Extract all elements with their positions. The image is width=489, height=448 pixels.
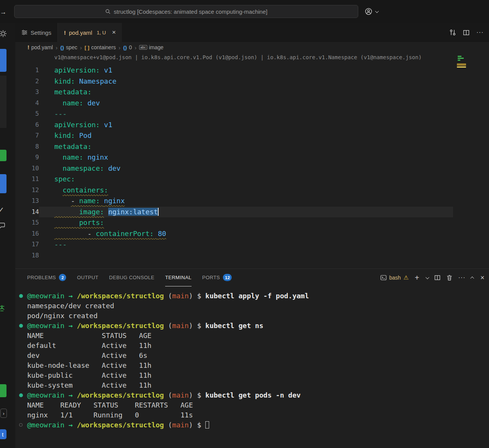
workbench: ✓ › t [0, 23, 489, 448]
line-number: 18 [15, 250, 39, 261]
terminal-token [193, 292, 197, 300]
code-line[interactable]: 14 image: nginx:latest [15, 207, 489, 218]
close-icon[interactable]: × [112, 29, 116, 36]
panel-tab-debug-console[interactable]: DEBUG CONSOLE [109, 269, 154, 286]
split-terminal-icon[interactable] [434, 275, 440, 281]
breadcrumb-separator-icon: › [80, 44, 82, 51]
code-content: name: nginx [39, 152, 453, 163]
trash-icon[interactable] [447, 275, 452, 281]
code-token [54, 230, 88, 238]
code-content: ports: [39, 217, 453, 228]
code-token: image: [79, 208, 104, 216]
terminal-line: default Active 11h [15, 341, 489, 351]
terminal-token [73, 391, 77, 399]
breadcrumb-item-containers[interactable]: [ ]containers [84, 44, 116, 50]
code-line[interactable]: 10 namespace: dev [15, 163, 489, 174]
terminal-token: $ [197, 421, 201, 429]
code-line[interactable]: 1apiVersion: v1 [15, 65, 489, 76]
code-token: containerPort: [96, 230, 154, 238]
code-line[interactable]: 16 - containerPort: 80 [15, 228, 489, 239]
code-line[interactable]: 13 - name: nginx [15, 196, 489, 207]
line-number: 17 [15, 239, 39, 250]
new-terminal-button[interactable]: + [415, 274, 419, 281]
code-content: spec: [39, 174, 453, 185]
code-line[interactable]: 12 containers: [15, 185, 489, 196]
command-decoration-icon[interactable] [19, 324, 23, 328]
code-token [54, 208, 79, 216]
cjk-character-icon [0, 305, 5, 312]
terminal-token: → [68, 421, 73, 429]
command-decoration-icon[interactable] [19, 393, 23, 397]
search-text: structlog [Codespaces: animated space co… [114, 8, 268, 15]
code-line[interactable]: 4 name: dev [15, 98, 489, 109]
panel-tab-ports[interactable]: PORTS12 [202, 269, 232, 286]
t-badge[interactable]: t [0, 429, 6, 439]
terminal-token: nginx 1/1 Running 0 11s [27, 411, 193, 419]
panel-tab-output[interactable]: OUTPUT [77, 269, 98, 286]
collapsed-chevron-button[interactable]: › [0, 409, 7, 418]
breadcrumb-item-image[interactable]: abcimage [139, 44, 164, 50]
code-token: v1 [104, 121, 112, 129]
terminal-token: ) [189, 322, 193, 330]
terminal-shell-chip[interactable]: bash ⚠ [380, 274, 409, 281]
command-decoration-icon[interactable] [19, 423, 23, 427]
breadcrumb-item-spec[interactable]: {}spec [60, 44, 77, 50]
account-menu[interactable] [364, 7, 378, 16]
code-line[interactable]: 6apiVersion: v1 [15, 120, 489, 131]
panel-tab-terminal[interactable]: TERMINAL [165, 269, 192, 286]
code-line[interactable]: 7kind: Pod [15, 130, 489, 141]
gear-icon[interactable] [0, 29, 8, 38]
terminal-token: kube-public Active 11h [27, 371, 151, 379]
compare-changes-icon[interactable] [449, 29, 456, 36]
code-line[interactable]: 8metadata: [15, 141, 489, 152]
code-line[interactable]: 5--- [15, 108, 489, 120]
maximize-panel-icon[interactable] [471, 276, 474, 280]
terminal-token: ( [168, 292, 172, 300]
panel-more-actions-icon[interactable]: ··· [458, 274, 466, 281]
terminal-profile-chevron-icon[interactable] [425, 275, 429, 279]
code-line[interactable]: 3metadata: [15, 87, 489, 98]
terminal-token [201, 322, 205, 330]
code-line[interactable]: 15 ports: [15, 217, 489, 228]
split-editor-icon[interactable] [463, 29, 470, 36]
forward-arrow-icon[interactable]: → [0, 8, 6, 16]
terminal-token: kubectl apply -f pod.yaml [205, 292, 309, 300]
sliders-icon [21, 29, 28, 36]
code-line[interactable]: 11spec: [15, 174, 489, 185]
panel-tabs: PROBLEMS2OUTPUTDEBUG CONSOLETERMINALPORT… [27, 269, 232, 286]
shell-name-label: bash [389, 275, 401, 281]
terminal[interactable]: @meowrain → /workspaces/structlog (main)… [15, 286, 489, 448]
terminal-token: kube-node-lease Active 11h [27, 361, 151, 369]
terminal-token: ) [189, 391, 193, 399]
breadcrumb[interactable]: !pod.yaml›{}spec›[ ]containers›{}0›abcim… [15, 42, 489, 53]
sidebar-green-indicator [0, 150, 6, 161]
check-icon[interactable]: ✓ [0, 205, 4, 214]
code-line[interactable]: 9 name: nginx [15, 152, 489, 163]
code-token [54, 218, 79, 226]
terminal-token [73, 421, 77, 429]
code-token: ports: [79, 218, 104, 226]
terminal-line: nginx 1/1 Running 0 11s [15, 410, 489, 420]
terminal-token: ) [189, 292, 193, 300]
close-panel-icon[interactable]: × [480, 274, 484, 282]
code-line[interactable]: 2kind: Namespace [15, 76, 489, 87]
code-token: name: [79, 197, 100, 205]
tab-pod-yaml[interactable]: ! pod.yaml 1, U × [58, 23, 122, 42]
code-line[interactable]: 18 [15, 250, 489, 261]
terminal-token: main [172, 421, 188, 429]
code-token: --- [54, 240, 67, 248]
comment-icon[interactable] [0, 222, 6, 229]
more-actions-icon[interactable]: ··· [476, 29, 484, 36]
breadcrumb-item-pod.yaml[interactable]: !pod.yaml [28, 44, 53, 50]
code-content: kind: Pod [39, 130, 453, 141]
command-center-search[interactable]: structlog [Codespaces: animated space co… [14, 5, 358, 18]
tab-settings[interactable]: Settings [15, 23, 58, 42]
terminal-line: @meowrain → /workspaces/structlog (main)… [15, 420, 489, 430]
code-editor[interactable]: 1apiVersion: v12kind: Namespace3metadata… [15, 63, 489, 268]
code-token: name: [63, 153, 83, 161]
panel-tab-problems[interactable]: PROBLEMS2 [27, 269, 66, 286]
code-content: - containerPort: 80 [39, 228, 453, 239]
code-line[interactable]: 17--- [15, 239, 489, 250]
command-decoration-icon[interactable] [19, 294, 23, 298]
breadcrumb-item-0[interactable]: {}0 [123, 44, 132, 50]
